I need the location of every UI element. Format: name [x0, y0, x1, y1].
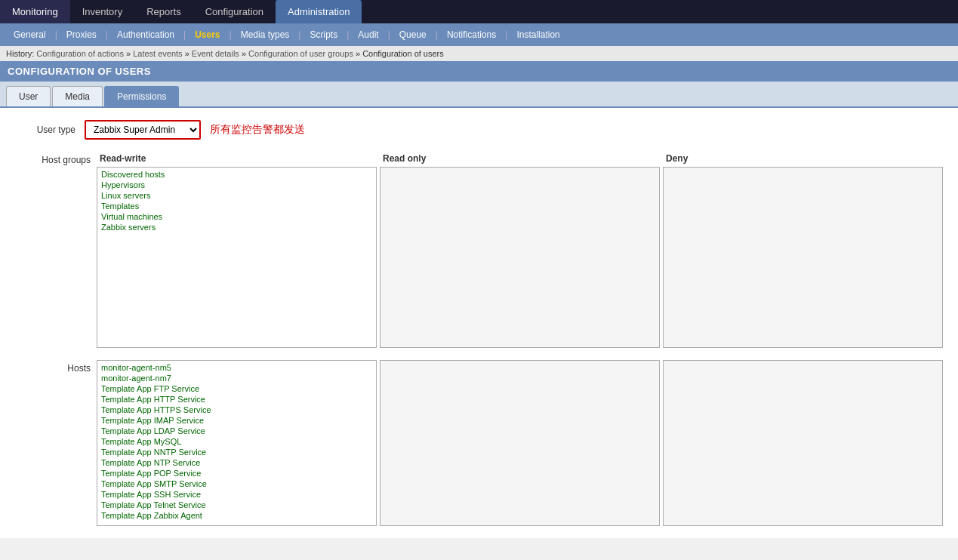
- tab-media[interactable]: Media: [52, 86, 103, 106]
- host-groups-label: Host groups: [15, 152, 91, 165]
- sub-nav-sep-1: |: [55, 29, 57, 40]
- subnav-notifications[interactable]: Notifications: [439, 26, 504, 43]
- sub-nav-sep-7: |: [388, 29, 390, 40]
- breadcrumb-sep-3: »: [242, 49, 248, 58]
- list-item[interactable]: Template App IMAP Service: [99, 415, 374, 426]
- subnav-audit[interactable]: Audit: [350, 26, 386, 43]
- user-type-select[interactable]: Zabbix User Zabbix Admin Zabbix Super Ad…: [86, 122, 199, 138]
- host-groups-deny-list[interactable]: [663, 167, 943, 348]
- list-item[interactable]: Template App HTTPS Service: [99, 405, 374, 415]
- nav-administration[interactable]: Administration: [276, 0, 362, 23]
- read-only-header: Read only: [380, 152, 660, 165]
- hosts-read-only-list[interactable]: [380, 360, 660, 526]
- list-item[interactable]: Template App Telnet Service: [99, 500, 374, 510]
- list-item[interactable]: Template App MySQL: [99, 436, 374, 447]
- breadcrumb: History: Configuration of actions » Late…: [0, 46, 958, 61]
- sub-nav-sep-9: |: [505, 29, 507, 40]
- list-item[interactable]: Virtual machines: [99, 211, 374, 222]
- list-item[interactable]: Template App Zabbix Agent: [99, 510, 374, 521]
- host-groups-deny-column: Deny: [663, 152, 943, 348]
- list-item[interactable]: Template App HTTP Service: [99, 394, 374, 405]
- hosts-read-only-column: [380, 360, 660, 526]
- breadcrumb-sep-1: »: [126, 49, 133, 58]
- breadcrumb-current: Configuration of users: [362, 49, 444, 58]
- hosts-read-write-list[interactable]: monitor-agent-nm5 monitor-agent-nm7 Temp…: [97, 360, 377, 526]
- host-groups-read-only-column: Read only: [380, 152, 660, 348]
- list-item[interactable]: Template App POP Service: [99, 468, 374, 478]
- hosts-deny-column: [663, 360, 943, 526]
- list-item[interactable]: monitor-agent-nm5: [99, 362, 374, 373]
- sub-nav-sep-3: |: [183, 29, 186, 40]
- user-type-label: User type: [15, 125, 75, 135]
- nav-configuration[interactable]: Configuration: [193, 0, 276, 23]
- breadcrumb-sep-2: »: [185, 49, 192, 58]
- annotation-text: 所有监控告警都发送: [210, 123, 305, 137]
- nav-reports[interactable]: Reports: [134, 0, 193, 23]
- breadcrumb-sep-4: »: [356, 49, 362, 58]
- list-item[interactable]: Templates: [99, 201, 374, 211]
- host-groups-read-write-column: Read-write Discovered hosts Hypervisors …: [97, 152, 377, 348]
- hosts-deny-list[interactable]: [663, 360, 943, 526]
- sub-nav-sep-8: |: [436, 29, 438, 40]
- sub-nav-sep-5: |: [298, 29, 300, 40]
- breadcrumb-link-4[interactable]: Configuration of user groups: [248, 49, 353, 58]
- sub-nav-sep-2: |: [106, 29, 108, 40]
- list-item[interactable]: Template App SMTP Service: [99, 478, 374, 489]
- list-item[interactable]: Linux servers: [99, 190, 374, 201]
- sub-nav-sep-4: |: [229, 29, 232, 40]
- breadcrumb-prefix: History:: [6, 49, 34, 58]
- list-item[interactable]: Hypervisors: [99, 180, 374, 190]
- breadcrumb-link-2[interactable]: Latest events: [133, 49, 182, 58]
- breadcrumb-link-3[interactable]: Event details: [192, 49, 239, 58]
- user-type-select-wrapper: Zabbix User Zabbix Admin Zabbix Super Ad…: [85, 120, 201, 140]
- breadcrumb-link-1[interactable]: Configuration of actions: [36, 49, 124, 58]
- list-item[interactable]: Zabbix servers: [99, 222, 374, 232]
- nav-inventory[interactable]: Inventory: [70, 0, 134, 23]
- subnav-proxies[interactable]: Proxies: [59, 26, 104, 43]
- hosts-label: Hosts: [15, 360, 91, 374]
- user-type-row: User type Zabbix User Zabbix Admin Zabbi…: [15, 120, 943, 140]
- subnav-installation[interactable]: Installation: [509, 26, 567, 43]
- host-groups-read-write-list[interactable]: Discovered hosts Hypervisors Linux serve…: [97, 167, 377, 348]
- tab-bar: User Media Permissions: [0, 82, 958, 108]
- sub-navigation: General | Proxies | Authentication | Use…: [0, 23, 958, 46]
- subnav-scripts[interactable]: Scripts: [302, 26, 345, 43]
- subnav-users[interactable]: Users: [187, 26, 227, 43]
- list-item[interactable]: monitor-agent-nm7: [99, 373, 374, 383]
- hosts-columns: monitor-agent-nm5 monitor-agent-nm7 Temp…: [97, 360, 943, 526]
- tab-user[interactable]: User: [6, 86, 51, 106]
- host-groups-columns: Read-write Discovered hosts Hypervisors …: [97, 152, 943, 348]
- subnav-queue[interactable]: Queue: [392, 26, 434, 43]
- top-navigation: Monitoring Inventory Reports Configurati…: [0, 0, 958, 23]
- subnav-general[interactable]: General: [6, 26, 54, 43]
- list-item[interactable]: Template App SSH Service: [99, 489, 374, 500]
- hosts-section: Hosts monitor-agent-nm5 monitor-agent-nm…: [15, 360, 943, 526]
- tab-permissions[interactable]: Permissions: [104, 86, 179, 106]
- read-write-header: Read-write: [97, 152, 377, 165]
- nav-monitoring[interactable]: Monitoring: [0, 0, 70, 23]
- deny-header: Deny: [663, 152, 943, 165]
- subnav-authentication[interactable]: Authentication: [109, 26, 182, 43]
- list-item[interactable]: Template App LDAP Service: [99, 426, 374, 436]
- host-groups-section: Host groups Read-write Discovered hosts …: [15, 152, 943, 348]
- subnav-media-types[interactable]: Media types: [233, 26, 297, 43]
- sub-nav-sep-6: |: [347, 29, 349, 40]
- list-item[interactable]: Template App FTP Service: [99, 383, 374, 394]
- host-groups-read-only-list[interactable]: [380, 167, 660, 348]
- main-content: User type Zabbix User Zabbix Admin Zabbi…: [0, 108, 958, 538]
- list-item[interactable]: Template App NTP Service: [99, 457, 374, 468]
- page-title: CONFIGURATION OF USERS: [0, 61, 958, 82]
- list-item[interactable]: Discovered hosts: [99, 169, 374, 180]
- hosts-read-write-column: monitor-agent-nm5 monitor-agent-nm7 Temp…: [97, 360, 377, 526]
- list-item[interactable]: Template App NNTP Service: [99, 447, 374, 457]
